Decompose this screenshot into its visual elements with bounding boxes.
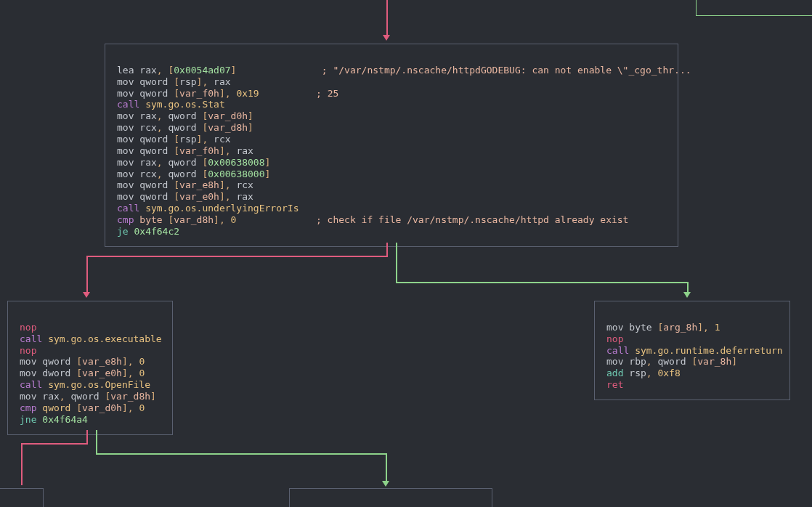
edge-top-right-green [696,0,812,16]
disasm-block-4: mov byte [arg_8h], 0 [289,488,492,507]
edge-top-red [386,0,388,36]
disasm-block-2: nop call sym.go.os.executable nop mov qw… [7,301,173,435]
edge-b2-red-v1 [86,430,88,445]
edge-b1-green-v1 [396,243,397,282]
disasm-block-1: lea rax, [0x0054ad07] ; "/var/nstmp/.nsc… [105,44,678,247]
disasm-block-3: mov byte [arg_8h], 1 nop call sym.go.run… [594,301,790,400]
edge-b1-red-v2 [86,256,88,293]
edge-b2-red-h [21,443,88,445]
arrow-top-red [383,35,390,41]
edge-b2-green-v1 [96,430,97,453]
arrow-b3-green [683,292,691,298]
edge-b2-green-h [96,453,387,455]
edge-b2-red-v2 [21,443,23,485]
edge-b1-red-h [86,256,388,257]
arrow-b2-red [83,292,90,298]
disasm-block-partial-bl [0,488,44,507]
edge-b1-down-red-v1 [386,243,388,256]
arrow-b4-green [382,481,389,487]
edge-b2-green-v2 [386,453,387,482]
edge-b1-green-h [396,282,689,283]
